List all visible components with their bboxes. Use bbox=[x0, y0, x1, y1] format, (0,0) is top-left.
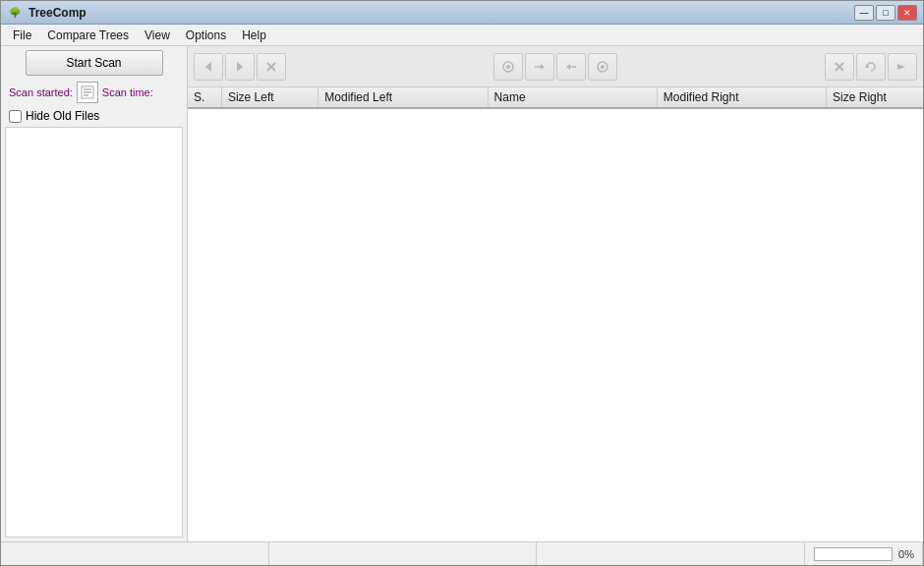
stop-button[interactable] bbox=[257, 53, 286, 81]
status-progress-segment: 0% bbox=[805, 542, 923, 565]
arrow-right-icon bbox=[533, 60, 547, 74]
delete-icon bbox=[834, 61, 845, 73]
copy-right-button[interactable] bbox=[888, 53, 917, 81]
menu-help[interactable]: Help bbox=[234, 27, 274, 44]
hide-old-files-row: Hide Old Files bbox=[5, 109, 183, 123]
status-bar: 0% bbox=[1, 541, 923, 565]
scan-time-label: Scan time: bbox=[102, 86, 153, 98]
col-header-modified-right[interactable]: Modified Right bbox=[657, 87, 826, 108]
circle-dot-right-icon bbox=[596, 60, 609, 74]
svg-point-15 bbox=[601, 65, 605, 69]
circle-dot-left-icon bbox=[501, 60, 515, 74]
svg-marker-19 bbox=[897, 64, 905, 70]
forward-icon bbox=[233, 60, 247, 74]
copy-right-icon bbox=[895, 60, 909, 74]
forward-button[interactable] bbox=[225, 53, 255, 81]
scan-icon-svg bbox=[81, 85, 94, 99]
maximize-button[interactable]: □ bbox=[876, 5, 895, 21]
hide-old-files-label[interactable]: Hide Old Files bbox=[26, 109, 99, 123]
status-segment-3 bbox=[537, 542, 805, 565]
svg-marker-11 bbox=[541, 64, 545, 70]
file-table-area[interactable]: S. Size Left Modified Left Name Modified… bbox=[188, 87, 923, 541]
status-segment-1 bbox=[1, 542, 269, 565]
right-panel: S. Size Left Modified Left Name Modified… bbox=[188, 46, 923, 541]
main-area: Start Scan Scan started: Scan time: Hide… bbox=[1, 46, 923, 541]
menu-bar: File Compare Trees View Options Help bbox=[1, 25, 923, 46]
scan-icon bbox=[77, 82, 98, 103]
status-segment-2 bbox=[269, 542, 538, 565]
left-panel: Start Scan Scan started: Scan time: Hide… bbox=[1, 46, 188, 541]
svg-marker-13 bbox=[566, 64, 570, 70]
circle-dot-left-button[interactable] bbox=[493, 53, 523, 81]
scan-started-label: Scan started: bbox=[9, 86, 73, 98]
table-header-row: S. Size Left Modified Left Name Modified… bbox=[188, 87, 923, 108]
col-header-modified-left[interactable]: Modified Left bbox=[318, 87, 488, 108]
refresh-icon bbox=[864, 60, 878, 74]
svg-point-9 bbox=[506, 65, 510, 69]
progress-label: 0% bbox=[898, 548, 914, 560]
menu-options[interactable]: Options bbox=[178, 27, 234, 44]
delete-button[interactable] bbox=[825, 53, 854, 81]
close-button[interactable]: ✕ bbox=[897, 5, 917, 21]
arrow-left-icon bbox=[564, 60, 578, 74]
menu-view[interactable]: View bbox=[137, 27, 178, 44]
hide-old-files-checkbox[interactable] bbox=[9, 110, 22, 123]
refresh-button[interactable] bbox=[856, 53, 886, 81]
arrow-left-button[interactable] bbox=[556, 53, 586, 81]
menu-compare-trees[interactable]: Compare Trees bbox=[39, 27, 137, 44]
circle-dot-right-button[interactable] bbox=[588, 53, 617, 81]
title-bar: 🌳 TreeComp — □ ✕ bbox=[1, 1, 923, 25]
minimize-button[interactable]: — bbox=[854, 5, 874, 21]
col-header-size-right[interactable]: Size Right bbox=[827, 87, 923, 108]
window-title: TreeComp bbox=[29, 6, 854, 20]
col-header-name[interactable]: Name bbox=[488, 87, 657, 108]
window-controls: — □ ✕ bbox=[854, 5, 917, 21]
menu-file[interactable]: File bbox=[5, 27, 39, 44]
file-table: S. Size Left Modified Left Name Modified… bbox=[188, 87, 923, 109]
progress-bar-container bbox=[814, 547, 893, 561]
toolbar bbox=[188, 46, 923, 87]
svg-marker-4 bbox=[205, 62, 211, 72]
col-header-status[interactable]: S. bbox=[188, 87, 221, 108]
col-header-size-left[interactable]: Size Left bbox=[221, 87, 318, 108]
back-button[interactable] bbox=[194, 53, 223, 81]
back-icon bbox=[202, 60, 215, 74]
stop-icon bbox=[265, 61, 277, 73]
scan-info: Scan started: Scan time: bbox=[5, 82, 183, 103]
arrow-right-button[interactable] bbox=[525, 53, 554, 81]
app-icon: 🌳 bbox=[7, 5, 23, 21]
left-tree-area[interactable] bbox=[5, 127, 183, 538]
start-scan-button[interactable]: Start Scan bbox=[26, 50, 163, 76]
svg-marker-5 bbox=[237, 62, 243, 72]
main-window: 🌳 TreeComp — □ ✕ File Compare Trees View… bbox=[0, 0, 924, 566]
